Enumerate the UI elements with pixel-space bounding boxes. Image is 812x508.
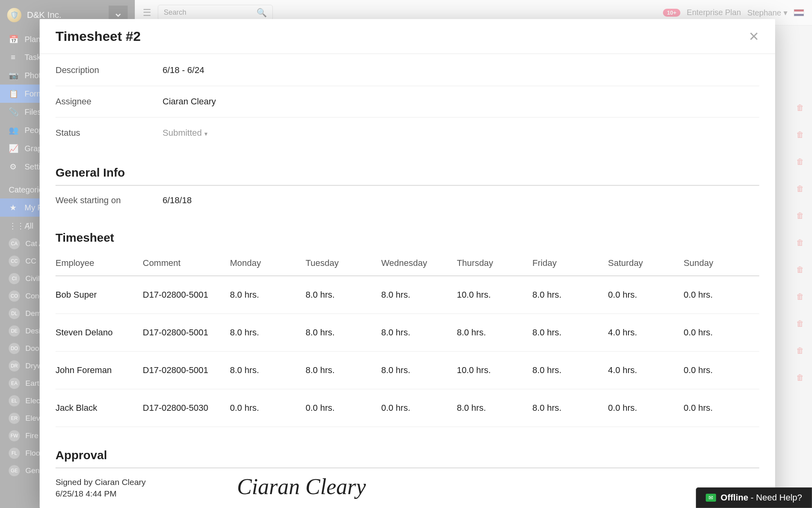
employee-cell[interactable]: John Foreman: [56, 365, 143, 375]
table-column-header: Comment: [143, 258, 230, 268]
hours-cell[interactable]: 0.0 hrs.: [381, 403, 457, 413]
hours-cell[interactable]: 8.0 hrs.: [532, 365, 608, 375]
hours-cell[interactable]: 8.0 hrs.: [306, 365, 381, 375]
hours-cell[interactable]: 0.0 hrs.: [684, 365, 759, 375]
hours-cell[interactable]: 8.0 hrs.: [306, 290, 381, 300]
field-value[interactable]: 6/18 - 6/24: [163, 65, 204, 75]
signed-info: Signed by Ciaran Cleary 6/25/18 4:44 PM: [56, 476, 146, 500]
employee-cell[interactable]: Jack Black: [56, 403, 143, 413]
comment-cell[interactable]: D17-02800-5001: [143, 365, 230, 375]
field-label: Assignee: [56, 96, 163, 107]
table-column-header: Monday: [230, 258, 306, 268]
section-timesheet: Timesheet: [56, 231, 759, 246]
timesheet-modal: Timesheet #2 ✕ Description 6/18 - 6/24 A…: [40, 19, 775, 508]
hours-cell[interactable]: 10.0 hrs.: [457, 365, 532, 375]
table-column-header: Sunday: [684, 258, 759, 268]
table-row: Jack BlackD17-02800-50300.0 hrs.0.0 hrs.…: [56, 389, 759, 427]
comment-cell[interactable]: D17-02800-5001: [143, 327, 230, 338]
comment-cell[interactable]: D17-02800-5030: [143, 403, 230, 413]
hours-cell[interactable]: 8.0 hrs.: [230, 365, 306, 375]
table-row: Steven DelanoD17-02800-50018.0 hrs.8.0 h…: [56, 314, 759, 352]
timesheet-table: EmployeeCommentMondayTuesdayWednesdayThu…: [56, 251, 759, 427]
table-column-header: Thursday: [457, 258, 532, 268]
hours-cell[interactable]: 0.0 hrs.: [608, 403, 684, 413]
field-assignee: Assignee Ciaran Cleary: [56, 86, 759, 117]
hours-cell[interactable]: 8.0 hrs.: [230, 290, 306, 300]
hours-cell[interactable]: 0.0 hrs.: [684, 290, 759, 300]
employee-cell[interactable]: Bob Super: [56, 290, 143, 300]
table-column-header: Saturday: [608, 258, 684, 268]
hours-cell[interactable]: 8.0 hrs.: [457, 403, 532, 413]
table-header: EmployeeCommentMondayTuesdayWednesdayThu…: [56, 251, 759, 276]
hours-cell[interactable]: 8.0 hrs.: [532, 290, 608, 300]
hours-cell[interactable]: 8.0 hrs.: [532, 403, 608, 413]
hours-cell[interactable]: 0.0 hrs.: [684, 403, 759, 413]
field-week-start: Week starting on 6/18/18: [56, 186, 759, 210]
hours-cell[interactable]: 8.0 hrs.: [381, 290, 457, 300]
table-column-header: Employee: [56, 258, 143, 268]
table-column-header: Wednesday: [381, 258, 457, 268]
chat-widget[interactable]: ✉ Offline - Need Help?: [696, 487, 812, 508]
modal-title: Timesheet #2: [56, 29, 141, 44]
hours-cell[interactable]: 8.0 hrs.: [230, 327, 306, 338]
hours-cell[interactable]: 4.0 hrs.: [608, 327, 684, 338]
field-label: Status: [56, 128, 163, 138]
hours-cell[interactable]: 0.0 hrs.: [608, 290, 684, 300]
hours-cell[interactable]: 8.0 hrs.: [306, 327, 381, 338]
signed-by: Signed by Ciaran Cleary: [56, 476, 146, 488]
hours-cell[interactable]: 0.0 hrs.: [684, 327, 759, 338]
table-column-header: Tuesday: [306, 258, 381, 268]
table-column-header: Friday: [532, 258, 608, 268]
table-row: Bob SuperD17-02800-50018.0 hrs.8.0 hrs.8…: [56, 276, 759, 314]
field-value[interactable]: 6/18/18: [163, 195, 192, 206]
field-value[interactable]: Ciaran Cleary: [163, 96, 216, 107]
hours-cell[interactable]: 4.0 hrs.: [608, 365, 684, 375]
section-general-info: General Info: [56, 166, 759, 186]
field-description: Description 6/18 - 6/24: [56, 62, 759, 86]
envelope-icon: ✉: [706, 494, 716, 502]
table-row: John ForemanD17-02800-50018.0 hrs.8.0 hr…: [56, 352, 759, 389]
hours-cell[interactable]: 8.0 hrs.: [381, 365, 457, 375]
modal-body: Description 6/18 - 6/24 Assignee Ciaran …: [40, 54, 775, 508]
hours-cell[interactable]: 10.0 hrs.: [457, 290, 532, 300]
hours-cell[interactable]: 8.0 hrs.: [381, 327, 457, 338]
hours-cell[interactable]: 8.0 hrs.: [457, 327, 532, 338]
employee-cell[interactable]: Steven Delano: [56, 327, 143, 338]
signature: Ciaran Cleary: [237, 474, 366, 499]
section-approval: Approval: [56, 448, 759, 468]
modal-header: Timesheet #2 ✕: [40, 19, 775, 54]
field-status: Status Submitted▼: [56, 117, 759, 148]
hours-cell[interactable]: 8.0 hrs.: [532, 327, 608, 338]
status-dropdown[interactable]: Submitted▼: [163, 128, 209, 138]
hours-cell[interactable]: 0.0 hrs.: [306, 403, 381, 413]
comment-cell[interactable]: D17-02800-5001: [143, 290, 230, 300]
field-label: Week starting on: [56, 195, 163, 206]
field-label: Description: [56, 65, 163, 75]
approval-row: Signed by Ciaran Cleary 6/25/18 4:44 PM …: [56, 468, 759, 508]
signed-at: 6/25/18 4:44 PM: [56, 488, 146, 499]
close-icon[interactable]: ✕: [749, 29, 759, 44]
chevron-down-icon: ▼: [203, 131, 209, 137]
hours-cell[interactable]: 0.0 hrs.: [230, 403, 306, 413]
